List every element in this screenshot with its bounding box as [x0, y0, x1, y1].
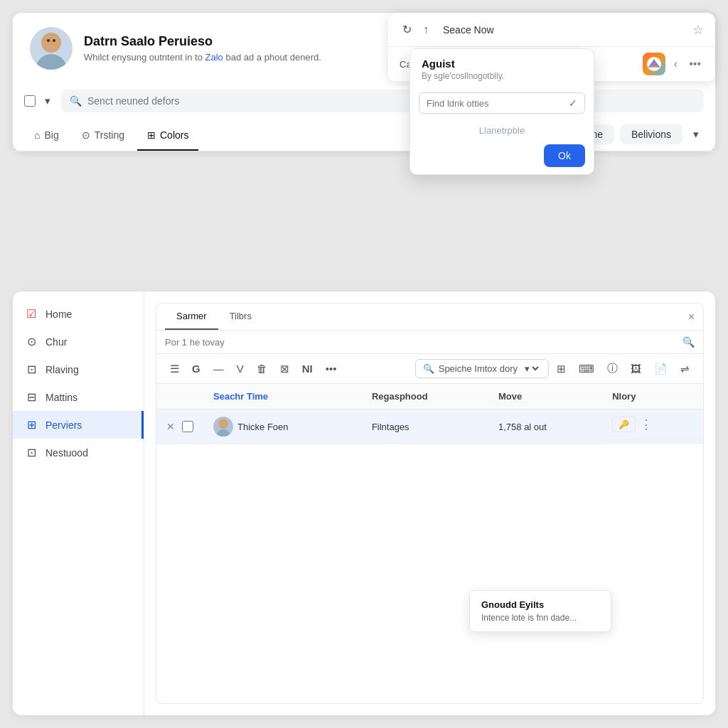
- sidebar: ☑ Home ⊙ Chur ⊡ Rlaving ⊟ Mattins ⊞ Perv…: [13, 291, 144, 715]
- toolbar-search-icon: 🔍: [423, 363, 434, 374]
- row-name-cell: Thicke Foen: [203, 410, 362, 444]
- checkbox-wrap: ▾: [24, 91, 55, 111]
- toolbar-search-select[interactable]: ▾: [522, 363, 541, 375]
- back-btn[interactable]: ‹: [671, 55, 680, 73]
- toolbar-title: Seace Now: [443, 24, 687, 36]
- belivisions-dropdown-btn[interactable]: ▾: [688, 124, 704, 144]
- inner-close-btn[interactable]: ×: [688, 311, 695, 323]
- table-row: ✕: [156, 410, 703, 444]
- col-move: Move: [488, 384, 602, 410]
- svg-point-3: [53, 39, 55, 42]
- row-more-btn[interactable]: ⋮: [640, 417, 653, 432]
- tooltip-desc: Intence lote is fnn dade...: [481, 613, 599, 623]
- row-name: Thicke Foen: [213, 417, 352, 437]
- inner-tab-tilbrs[interactable]: Tilbrs: [218, 304, 263, 330]
- sidebar-item-nestuood[interactable]: ⊡ Nestuood: [13, 439, 144, 466]
- toolbar-search-box[interactable]: 🔍 Speiche Imtox dory ▾: [415, 359, 549, 378]
- tooltip-title: Gnoudd Eyilts: [481, 599, 599, 610]
- row-x-btn[interactable]: ✕: [166, 421, 175, 432]
- toolbar-menu-btn[interactable]: ☰: [165, 359, 184, 379]
- ok-button[interactable]: Ok: [544, 144, 585, 167]
- row-actions: 🔑 ⋮: [602, 410, 703, 440]
- belivisions-button[interactable]: Belivions: [620, 124, 682, 144]
- svg-point-1: [41, 33, 61, 53]
- dropdown-overlay: Aguist By sgle'cosllnogotblly. ✓ Llanetr…: [410, 48, 594, 175]
- dropdown-arrow-btn[interactable]: ▾: [40, 91, 55, 111]
- toolbar-row: ☰ G — V 🗑 ⊠ NI ••• 🔍 Speiche Imtox dory …: [156, 354, 703, 384]
- search-input[interactable]: [87, 95, 695, 107]
- toolbar-image-btn[interactable]: 🖼: [626, 359, 646, 378]
- sidebar-item-chur[interactable]: ⊙ Chur: [13, 328, 144, 355]
- tab-colors[interactable]: ⊞ Colors: [137, 121, 198, 151]
- avatar: [30, 27, 73, 70]
- row-col2: Filntages: [362, 410, 488, 444]
- data-table: Seachr Time Regasphood Move Nlory ✕: [156, 384, 703, 444]
- dropdown-placeholder: Llanetrpble: [410, 119, 594, 144]
- search-input-wrap[interactable]: 🔍: [61, 90, 704, 112]
- toolbar-info-btn[interactable]: ⓘ: [602, 358, 623, 379]
- tab-nav: ⌂ Big ⊙ Trsting ⊞ Colors Same Belivions …: [13, 121, 715, 151]
- toolbar-split-btn[interactable]: ⇌: [675, 359, 695, 379]
- top-right-panel: ↻ ↑ Seace Now ☆ Cannot b ‹ ••• Aguist By…: [388, 13, 715, 82]
- inner-tab-sarmer[interactable]: Sarmer: [165, 304, 218, 330]
- sidebar-item-mattins[interactable]: ⊟ Mattins: [13, 383, 144, 411]
- tab-colors-icon: ⊞: [147, 129, 156, 141]
- svg-point-5: [216, 429, 230, 437]
- col-nlory: Nlory: [602, 384, 703, 410]
- dropdown-search[interactable]: ✓: [419, 92, 585, 114]
- main-content: Sarmer Tilbrs × 🔍 ☰ G — V 🗑 ⊠ NI •••: [144, 291, 715, 715]
- tooltip-popup: Gnoudd Eyilts Intence lote is fnn dade..…: [469, 590, 611, 632]
- check-icon: ✓: [569, 97, 577, 109]
- nestuood-icon: ⊡: [24, 446, 38, 459]
- col-time: Seachr Time: [203, 384, 362, 410]
- toolbar-box-btn[interactable]: ⊠: [275, 359, 294, 379]
- bottom-card: ☑ Home ⊙ Chur ⊡ Rlaving ⊟ Mattins ⊞ Perv…: [13, 291, 715, 715]
- star-btn[interactable]: ☆: [692, 22, 704, 38]
- refresh-btn[interactable]: ↻: [400, 20, 414, 39]
- sidebar-item-home[interactable]: ☑ Home: [13, 300, 144, 328]
- row-action-btn[interactable]: 🔑: [612, 417, 636, 432]
- tab-big-icon: ⌂: [34, 129, 40, 141]
- top-right-toolbar: ↻ ↑ Seace Now ☆: [388, 13, 715, 47]
- dropdown-subtitle: By sgle'cosllnogotblly.: [422, 71, 582, 81]
- inner-search-icon: 🔍: [682, 336, 695, 348]
- search-icon: 🔍: [70, 95, 82, 107]
- svg-point-6: [218, 419, 228, 429]
- tab-trsting[interactable]: ⊙ Trsting: [72, 121, 134, 151]
- home-icon: ☑: [24, 307, 38, 321]
- col-regasphood: Regasphood: [362, 384, 488, 410]
- toolbar-keyboard-btn[interactable]: ⌨: [574, 359, 599, 379]
- inner-search-input[interactable]: [165, 337, 677, 348]
- app-icon: [643, 53, 665, 75]
- toolbar-delete-btn[interactable]: 🗑: [252, 359, 272, 378]
- inner-search: 🔍: [156, 331, 703, 354]
- toolbar-v-btn[interactable]: V: [232, 359, 249, 378]
- dropdown-search-input[interactable]: [427, 98, 563, 109]
- sidebar-item-rlaving[interactable]: ⊡ Rlaving: [13, 355, 144, 383]
- toolbar-filter-btn[interactable]: ⊞: [552, 359, 571, 379]
- rlaving-icon: ⊡: [24, 363, 38, 376]
- mattins-icon: ⊟: [24, 390, 38, 404]
- sidebar-item-perviers[interactable]: ⊞ Perviers: [13, 411, 144, 439]
- row-col3: 1,758 al out: [488, 410, 602, 444]
- row-checkbox[interactable]: [182, 421, 193, 432]
- row-avatar: [213, 417, 233, 437]
- toolbar-strikethrough-btn[interactable]: —: [208, 359, 229, 378]
- svg-point-2: [47, 39, 50, 42]
- all-checkbox[interactable]: [24, 95, 36, 107]
- more-menu-btn[interactable]: •••: [686, 55, 704, 73]
- search-bar: ▾ 🔍: [13, 81, 715, 121]
- toolbar-ni-btn[interactable]: NI: [297, 359, 318, 378]
- chur-icon: ⊙: [24, 335, 38, 348]
- upload-btn[interactable]: ↑: [420, 21, 432, 39]
- inner-window-tabs: Sarmer Tilbrs ×: [156, 304, 703, 331]
- toolbar-doc-btn[interactable]: 📄: [649, 359, 673, 379]
- tab-big[interactable]: ⌂ Big: [24, 121, 69, 151]
- row-x-checkbox: ✕: [156, 410, 203, 444]
- toolbar-more-btn[interactable]: •••: [321, 359, 342, 378]
- perviers-icon: ⊞: [24, 418, 38, 432]
- toolbar-g-btn[interactable]: G: [187, 359, 205, 378]
- svg-point-0: [36, 54, 67, 70]
- tab-trsting-icon: ⊙: [82, 129, 90, 141]
- col-checkbox: [156, 384, 203, 410]
